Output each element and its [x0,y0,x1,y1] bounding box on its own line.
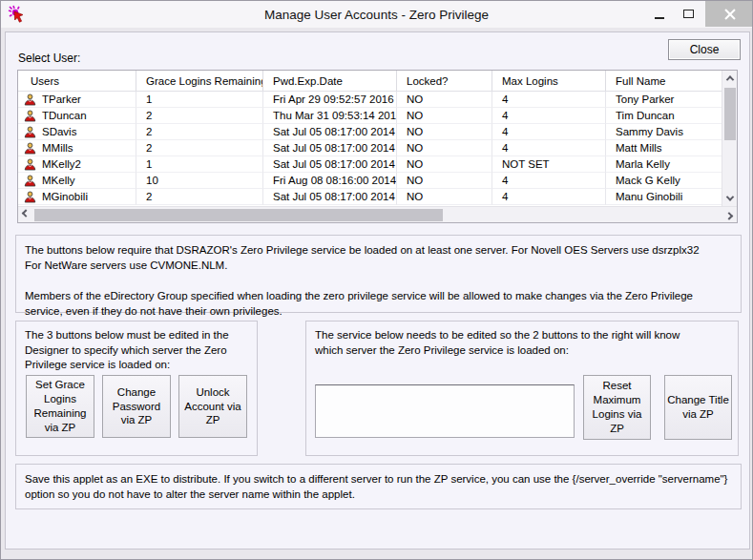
close-button[interactable]: Close [668,39,741,60]
close-icon [724,9,736,20]
user-list: Users Grace Logins Remaining Pwd.Exp.Dat… [17,70,738,223]
user-icon [24,93,36,106]
user-icon [24,175,36,187]
user-icon [24,158,36,171]
column-header-users[interactable]: Users [18,71,136,91]
table-row[interactable]: SDavis 2 Sat Jul 05 08:17:00 2014 NO 4 S… [18,124,722,140]
window-close-button[interactable] [705,1,753,27]
vertical-scroll-thumb[interactable] [724,88,736,140]
table-row[interactable]: MKelly 10 Fri Aug 08 08:16:00 2014 NO 4 … [18,173,722,189]
save-applet-note-panel: Save this applet as an EXE to distribute… [15,464,742,509]
horizontal-scrollbar[interactable] [18,206,737,222]
column-header-full-name[interactable]: Full Name [606,71,722,91]
vertical-scrollbar[interactable] [722,71,737,206]
zp-service-info-panel: The buttons below require that DSRAZOR's… [15,235,742,313]
user-icon [24,110,36,122]
table-row[interactable]: TParker 1 Fri Apr 29 09:52:57 2016 NO 4 … [18,92,722,108]
list-header: Users Grace Logins Remaining Pwd.Exp.Dat… [18,71,722,92]
list-rows: TParker 1 Fri Apr 29 09:52:57 2016 NO 4 … [18,92,722,205]
service-edit-note: The service below needs to be edited so … [315,328,687,358]
column-header-max-logins[interactable]: Max Logins [492,71,606,91]
dialog-window: Manage User Accounts - Zero Privilege Cl… [0,0,753,560]
user-icon [24,142,36,155]
maximize-icon [683,10,694,18]
designer-buttons-note: The 3 buttons below must be edited in th… [25,328,250,373]
column-header-grace-logins[interactable]: Grace Logins Remaining [136,71,263,91]
designer-buttons-group: The 3 buttons below must be edited in th… [15,321,258,456]
scroll-down-button[interactable] [722,191,738,206]
service-edit-group: The service below needs to be edited so … [305,321,739,456]
table-row[interactable]: MMills 2 Sat Jul 05 08:17:00 2014 NO 4 M… [18,140,722,156]
table-row[interactable]: TDuncan 2 Thu Mar 31 09:53:14 2016 NO 4 … [18,108,722,124]
scroll-up-button[interactable] [722,71,738,86]
select-user-label: Select User: [18,52,80,65]
minimize-icon [655,17,664,19]
table-row[interactable]: MKelly2 1 Sat Jul 05 08:17:00 2014 NO NO… [18,156,722,173]
chevron-up-icon [726,75,734,83]
chevron-down-icon [726,193,734,200]
set-grace-logins-button[interactable]: Set Grace Logins Remaining via ZP [26,375,94,438]
column-header-pwd-exp-date[interactable]: Pwd.Exp.Date [263,71,397,91]
window-title: Manage User Accounts - Zero Privilege [1,1,752,28]
table-row[interactable]: MGinobili 2 Sat Jul 05 08:17:00 2014 NO … [18,189,722,205]
user-icon [24,191,36,203]
server-name-input[interactable] [315,384,575,438]
content-panel: Close Select User: Users Grace Logins Re… [5,31,750,550]
reset-max-logins-button[interactable]: Reset Maximum Logins via ZP [583,375,651,440]
horizontal-scroll-thumb[interactable] [34,209,443,221]
unlock-account-button[interactable]: Unlock Account via ZP [178,375,247,438]
change-password-button[interactable]: Change Password via ZP [102,375,171,438]
chevron-left-icon [22,209,30,217]
chevron-right-icon [725,212,733,219]
title-bar: Manage User Accounts - Zero Privilege [1,1,752,28]
user-icon [24,126,36,138]
change-title-button[interactable]: Change Title via ZP [664,375,732,440]
scroll-right-button[interactable] [722,207,737,222]
column-header-locked[interactable]: Locked? [397,71,492,91]
maximize-button[interactable] [675,1,701,27]
minimize-button[interactable] [646,1,673,27]
scroll-left-button[interactable] [18,207,33,222]
